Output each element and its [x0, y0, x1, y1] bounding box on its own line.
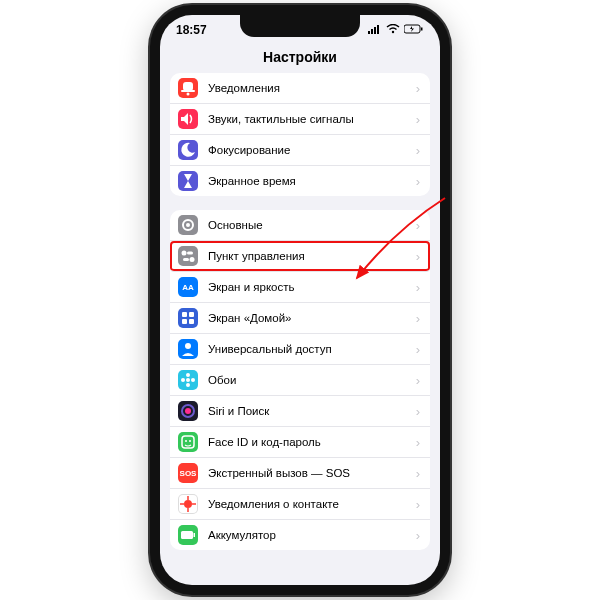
signal-icon: [368, 23, 382, 37]
svg-point-4: [392, 31, 394, 33]
status-indicators: [368, 23, 424, 37]
settings-row[interactable]: Фокусирование›: [170, 135, 430, 166]
svg-point-22: [186, 373, 190, 377]
flower-icon: [178, 370, 198, 390]
chevron-right-icon: ›: [416, 81, 420, 96]
chevron-right-icon: ›: [416, 311, 420, 326]
svg-point-30: [189, 440, 191, 442]
settings-row[interactable]: Экран «Домой»›: [170, 303, 430, 334]
svg-point-31: [184, 500, 192, 508]
row-label: Пункт управления: [208, 250, 416, 262]
row-label: Экран «Домой»: [208, 312, 416, 324]
svg-rect-13: [187, 252, 193, 255]
settings-row[interactable]: Пункт управления›: [170, 241, 430, 272]
svg-point-25: [191, 378, 195, 382]
row-label: Основные: [208, 219, 416, 231]
svg-rect-6: [421, 28, 423, 31]
person-icon: [178, 339, 198, 359]
svg-point-27: [185, 408, 191, 414]
chevron-right-icon: ›: [416, 497, 420, 512]
speaker-icon: [178, 109, 198, 129]
svg-point-23: [186, 383, 190, 387]
chevron-right-icon: ›: [416, 143, 420, 158]
settings-row[interactable]: AAЭкран и яркость›: [170, 272, 430, 303]
chevron-right-icon: ›: [416, 218, 420, 233]
grid-icon: [178, 308, 198, 328]
row-label: Экран и яркость: [208, 281, 416, 293]
row-label: Обои: [208, 374, 416, 386]
page-title: Настройки: [160, 45, 440, 73]
settings-row[interactable]: Face ID и код-пароль›: [170, 427, 430, 458]
svg-rect-18: [182, 319, 187, 324]
bell-icon: [178, 78, 198, 98]
chevron-right-icon: ›: [416, 280, 420, 295]
settings-row[interactable]: SOSЭкстренный вызов — SOS›: [170, 458, 430, 489]
svg-rect-19: [189, 319, 194, 324]
svg-rect-3: [377, 25, 379, 34]
svg-rect-0: [368, 31, 370, 34]
chevron-right-icon: ›: [416, 174, 420, 189]
svg-rect-36: [181, 531, 193, 539]
chevron-right-icon: ›: [416, 528, 420, 543]
settings-row[interactable]: Siri и Поиск›: [170, 396, 430, 427]
settings-row[interactable]: Основные›: [170, 210, 430, 241]
face-icon: [178, 432, 198, 452]
svg-point-12: [182, 251, 187, 256]
row-label: Фокусирование: [208, 144, 416, 156]
toggles-icon: [178, 246, 198, 266]
settings-row[interactable]: Универсальный доступ›: [170, 334, 430, 365]
notch: [240, 15, 360, 37]
svg-point-20: [185, 343, 191, 349]
virus-icon: [178, 494, 198, 514]
SOS-icon: SOS: [178, 463, 198, 483]
svg-point-24: [181, 378, 185, 382]
svg-point-29: [185, 440, 187, 442]
chevron-right-icon: ›: [416, 404, 420, 419]
svg-rect-17: [189, 312, 194, 317]
battery-icon: [404, 23, 424, 37]
svg-rect-37: [194, 533, 196, 537]
chevron-right-icon: ›: [416, 342, 420, 357]
row-label: Siri и Поиск: [208, 405, 416, 417]
chevron-right-icon: ›: [416, 249, 420, 264]
chevron-right-icon: ›: [416, 435, 420, 450]
settings-group-1: Уведомления›Звуки, тактильные сигналы›Фо…: [170, 73, 430, 196]
row-label: Экстренный вызов — SOS: [208, 467, 416, 479]
row-label: Экранное время: [208, 175, 416, 187]
screen: 18:57 Настройки Уведомления›Звуки, такти…: [160, 15, 440, 585]
svg-rect-7: [183, 82, 193, 91]
settings-group-2: Основные›Пункт управления›AAЭкран и ярко…: [170, 210, 430, 550]
row-label: Аккумулятор: [208, 529, 416, 541]
phone-frame: 18:57 Настройки Уведомления›Звуки, такти…: [150, 5, 450, 595]
svg-rect-16: [182, 312, 187, 317]
settings-scroll[interactable]: Уведомления›Звуки, тактильные сигналы›Фо…: [160, 73, 440, 585]
row-label: Звуки, тактильные сигналы: [208, 113, 416, 125]
settings-row[interactable]: Обои›: [170, 365, 430, 396]
gear-icon: [178, 215, 198, 235]
row-label: Универсальный доступ: [208, 343, 416, 355]
chevron-right-icon: ›: [416, 112, 420, 127]
svg-point-15: [190, 257, 195, 262]
svg-rect-1: [371, 29, 373, 34]
row-label: Уведомления о контакте: [208, 498, 416, 510]
status-time: 18:57: [176, 23, 207, 37]
chevron-right-icon: ›: [416, 466, 420, 481]
settings-row[interactable]: Экранное время›: [170, 166, 430, 196]
AA-icon: AA: [178, 277, 198, 297]
settings-row[interactable]: Уведомления›: [170, 73, 430, 104]
settings-row[interactable]: Звуки, тактильные сигналы›: [170, 104, 430, 135]
moon-icon: [178, 140, 198, 160]
settings-row[interactable]: Уведомления о контакте›: [170, 489, 430, 520]
wifi-icon: [386, 23, 400, 37]
svg-point-11: [186, 223, 190, 227]
hourglass-icon: [178, 171, 198, 191]
row-label: Face ID и код-пароль: [208, 436, 416, 448]
svg-point-21: [186, 378, 190, 382]
settings-row[interactable]: Аккумулятор›: [170, 520, 430, 550]
svg-rect-2: [374, 27, 376, 34]
siri-icon: [178, 401, 198, 421]
chevron-right-icon: ›: [416, 373, 420, 388]
row-label: Уведомления: [208, 82, 416, 94]
svg-point-9: [187, 93, 190, 96]
battery-icon: [178, 525, 198, 545]
